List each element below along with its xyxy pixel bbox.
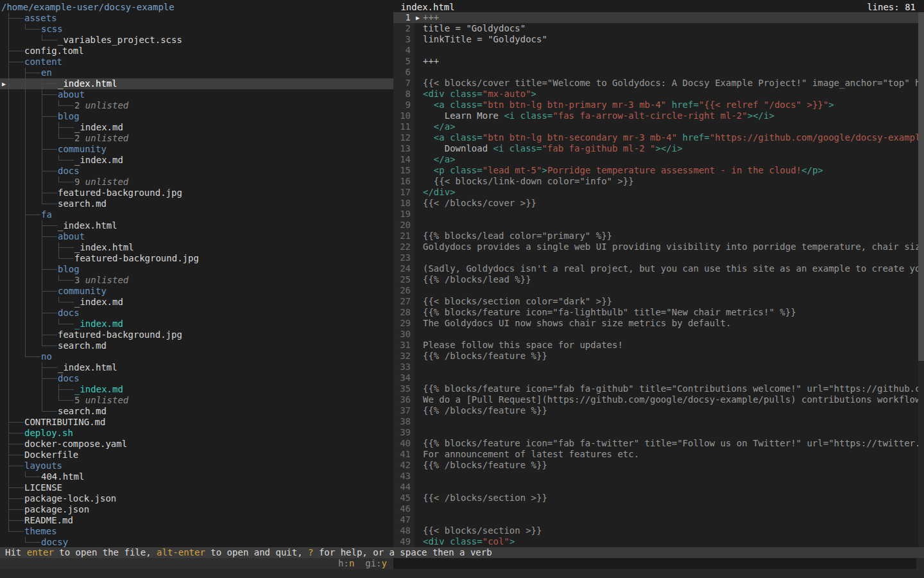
tree-item[interactable]: en [0, 67, 393, 78]
code-segment: Please follow this space for updates! [423, 340, 623, 350]
tree-item[interactable]: docs [0, 166, 393, 177]
tree-guide [25, 319, 26, 329]
tree-item-label: README.md [24, 515, 73, 526]
tree-item[interactable]: _index.html [0, 362, 393, 373]
line-number: 49 [393, 536, 415, 547]
preview-line: 12 <a class="btn btn-lg btn-secondary mr… [393, 132, 918, 143]
tree-item[interactable]: assets [0, 13, 393, 24]
tree-item[interactable]: docker-compose.yaml [0, 439, 393, 450]
tree-guide [25, 231, 26, 242]
tree-item[interactable]: fa [0, 209, 393, 220]
tree-item[interactable]: community [0, 144, 393, 155]
code-segment: (Sadly, Goldydocs isn't a real project, … [423, 263, 918, 274]
tree-guide [42, 116, 57, 117]
preview-scrollbar-thumb[interactable] [918, 12, 924, 361]
tree-item[interactable]: about [0, 231, 393, 242]
tree-guide [9, 487, 24, 488]
tree-item[interactable]: content [0, 57, 393, 67]
tree-item[interactable]: 2 unlisted [0, 100, 393, 111]
tree-item-label: themes [24, 526, 57, 537]
code-segment: "lead mt-5" [483, 165, 542, 175]
tree-item[interactable]: 3 unlisted [0, 275, 393, 286]
tree-item[interactable]: blog [0, 111, 393, 122]
tree-item[interactable]: package.json [0, 504, 393, 515]
preview-input-area [393, 558, 916, 569]
code-segment: "fas fa-arrow-alt-circle-right ml-2" [552, 110, 747, 121]
tree-item[interactable]: 9 unlisted [0, 177, 393, 188]
code-text [415, 252, 918, 263]
tree-item[interactable]: _index.md [0, 122, 393, 133]
status-bar: Hit enter to open the file, alt-enter to… [0, 547, 924, 558]
code-segment: {{% blocks/feature icon="fa-lightbulb" t… [423, 307, 796, 317]
line-number: 39 [393, 427, 415, 438]
code-text: For announcement of latest features etc. [415, 449, 918, 460]
tree-guide [25, 286, 26, 297]
status-text: Hit [5, 547, 27, 557]
tree-item[interactable]: docsy [0, 537, 393, 547]
code-text: Goldydocs provides a single web UI provi… [415, 241, 918, 252]
code-text: We do a [Pull Request](https://github.co… [415, 394, 918, 405]
code-text: <p class="lead mt-5">Porridge temperatur… [415, 165, 918, 176]
preview-scrollbar[interactable] [918, 12, 924, 547]
code-text [415, 220, 918, 231]
tree-item[interactable]: _index.html [0, 242, 393, 253]
tree-item[interactable]: _index.md [0, 319, 393, 329]
broot-app: /home/example-user/docsy-exampleassetssc… [0, 0, 924, 578]
tree-item-label: docsy [41, 537, 68, 547]
tree-item[interactable]: 5 unlisted [0, 395, 393, 406]
tree-item[interactable]: docs [0, 373, 393, 384]
tree-item[interactable]: scss [0, 24, 393, 35]
tree-item[interactable]: docs [0, 308, 393, 319]
tree-guide [8, 242, 9, 253]
tree-guide [25, 198, 26, 209]
preview-line: 42{{% /blocks/feature %}} [393, 460, 918, 471]
tree-item[interactable]: no [0, 351, 393, 362]
tree-item[interactable]: featured-background.jpg [0, 188, 393, 198]
tree-item[interactable]: CONTRIBUTING.md [0, 417, 393, 428]
tree-item[interactable]: _index.md [0, 155, 393, 166]
tree-item[interactable]: featured-background.jpg [0, 253, 393, 264]
code-text: {{% blocks/feature icon="fa-lightbulb" t… [415, 307, 918, 318]
tree-guide [42, 242, 42, 253]
tree-item[interactable]: search.md [0, 406, 393, 417]
tree-item[interactable]: _index.md [0, 297, 393, 308]
tree-item[interactable]: _index.md [0, 384, 393, 395]
tree-item[interactable]: LICENSE [0, 482, 393, 493]
tree-item[interactable]: blog [0, 264, 393, 275]
tree-item[interactable]: themes [0, 526, 393, 537]
tree-item-label: Dockerfile [24, 450, 78, 460]
preview-line: 38 [393, 416, 918, 427]
tree-guide [59, 389, 74, 390]
preview-line: 48{{< blocks/section >}} [393, 525, 918, 536]
tree-item[interactable]: search.md [0, 198, 393, 209]
tree-guide [9, 62, 24, 62]
tree-item[interactable]: _variables_project.scss [0, 35, 393, 46]
tree-guide [42, 40, 57, 40]
tree-item[interactable]: ▶_index.html [0, 78, 393, 89]
tree-guide [42, 319, 42, 329]
tree-item[interactable]: featured-background.jpg [0, 329, 393, 340]
unlisted-word: unlisted [85, 177, 128, 187]
preview-line: 8<div class="mx-auto"> [393, 89, 918, 100]
tree-item-label: /home/example-user/docsy-example [1, 2, 175, 13]
preview-lines-count: lines: 81 [867, 2, 918, 13]
tree-item[interactable]: search.md [0, 340, 393, 351]
tree-item[interactable]: 2 unlisted [0, 133, 393, 144]
command-input[interactable]: :e h:n gi:y [0, 558, 393, 569]
tree-item[interactable]: about [0, 89, 393, 100]
code-text: Learn More <i class="fas fa-arrow-alt-ci… [415, 110, 918, 121]
tree-guide [42, 291, 57, 292]
tree-item[interactable]: layouts [0, 460, 393, 471]
tree-item[interactable]: package-lock.json [0, 493, 393, 504]
code-text: +++ [415, 56, 918, 67]
tree-guide [9, 531, 24, 532]
tree-item[interactable]: deploy.sh [0, 428, 393, 439]
tree-item[interactable]: Dockerfile [0, 450, 393, 460]
tree-guide [42, 346, 57, 346]
tree-item[interactable]: community [0, 286, 393, 297]
tree-item[interactable]: config.toml [0, 46, 393, 57]
tree-item[interactable]: /home/example-user/docsy-example [0, 2, 393, 13]
tree-item[interactable]: 404.html [0, 471, 393, 482]
tree-item[interactable]: _index.html [0, 220, 393, 231]
tree-item[interactable]: README.md [0, 515, 393, 526]
